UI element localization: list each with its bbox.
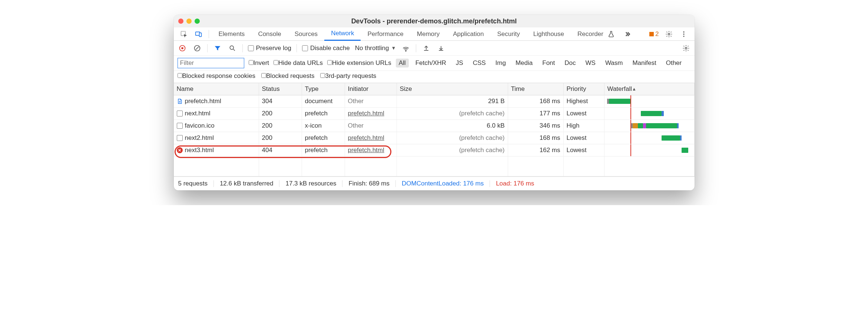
cell-size: 291 B (397, 95, 508, 108)
column-header-time[interactable]: Time (508, 83, 564, 95)
record-button[interactable] (178, 43, 187, 53)
tab-performance[interactable]: Performance (361, 27, 410, 41)
cell-type: prefetch (302, 144, 345, 157)
cell-priority: Lowest (564, 144, 604, 157)
filter-type-js[interactable]: JS (453, 59, 466, 68)
device-toolbar-icon[interactable] (194, 29, 203, 39)
panel-tabstrip: ElementsConsoleSourcesNetworkPerformance… (174, 27, 695, 41)
issues-badge[interactable]: 2 (649, 30, 659, 38)
cell-waterfall (604, 144, 695, 157)
minimize-window-button[interactable] (186, 19, 192, 24)
titlebar: DevTools - prerender-demos.glitch.me/pre… (174, 15, 695, 27)
issues-count: 2 (655, 30, 659, 38)
column-header-priority[interactable]: Priority (564, 83, 604, 95)
zoom-window-button[interactable] (195, 19, 200, 24)
kebab-menu-icon[interactable] (679, 29, 689, 39)
tab-application[interactable]: Application (446, 27, 490, 41)
filter-toggle-icon[interactable] (213, 43, 222, 53)
search-icon[interactable] (228, 43, 237, 53)
request-name: next3.html (185, 147, 214, 154)
document-icon (177, 98, 183, 104)
cell-name[interactable]: ✕next3.html (174, 144, 259, 157)
clear-button[interactable] (192, 43, 202, 53)
network-table: NameStatusTypeInitiatorSizeTimePriorityW… (174, 83, 695, 157)
import-har-icon[interactable] (421, 43, 431, 53)
filter-type-all[interactable]: All (396, 59, 409, 68)
cell-waterfall (604, 108, 695, 120)
settings-gear-icon[interactable] (664, 29, 674, 39)
filter-type-font[interactable]: Font (539, 59, 558, 68)
request-name: favicon.ico (185, 122, 215, 129)
column-header-initiator[interactable]: Initiator (345, 83, 397, 95)
cell-priority: Lowest (564, 132, 604, 144)
cell-size: (prefetch cache) (397, 132, 508, 144)
filter-input[interactable] (178, 58, 244, 68)
filter-type-css[interactable]: CSS (470, 59, 489, 68)
filter-type-wasm[interactable]: Wasm (602, 59, 626, 68)
svg-point-11 (405, 50, 406, 51)
network-conditions-icon[interactable] (401, 43, 411, 53)
cell-status: 200 (259, 132, 302, 144)
request-name: prefetch.html (185, 98, 221, 105)
tab-recorder[interactable]: Recorder (571, 27, 610, 41)
tab-network[interactable]: Network (324, 27, 361, 41)
traffic-lights (178, 19, 200, 24)
disable-cache-checkbox[interactable]: Disable cache (302, 45, 350, 52)
tab-security[interactable]: Security (490, 27, 526, 41)
close-window-button[interactable] (178, 19, 183, 24)
hide-extension-urls-checkbox[interactable]: Hide extension URLs (327, 59, 391, 67)
preserve-log-checkbox[interactable]: Preserve log (248, 45, 291, 52)
recorder-flask-icon (606, 29, 616, 39)
filter-type-img[interactable]: Img (493, 59, 509, 68)
filter-type-manifest[interactable]: Manifest (629, 59, 659, 68)
initiator-link[interactable]: prefetch.html (348, 134, 384, 142)
export-har-icon[interactable] (436, 43, 446, 53)
cell-status: 200 (259, 108, 302, 120)
network-settings-gear-icon[interactable] (681, 43, 691, 53)
svg-point-12 (685, 47, 687, 49)
tab-memory[interactable]: Memory (410, 27, 446, 41)
request-name: next2.html (185, 134, 214, 142)
cell-waterfall (604, 132, 695, 144)
hide-data-urls-checkbox[interactable]: Hide data URLs (274, 59, 323, 67)
cell-name[interactable]: prefetch.html (174, 95, 259, 108)
sort-asc-icon: ▲ (632, 86, 636, 92)
filter-type-ws[interactable]: WS (583, 59, 599, 68)
column-header-size[interactable]: Size (397, 83, 508, 95)
cell-status: 200 (259, 120, 302, 132)
filter-type-other[interactable]: Other (663, 59, 685, 68)
cell-name[interactable]: next.html (174, 108, 259, 120)
status-bar: 5 requests 12.6 kB transferred 17.3 kB r… (174, 177, 695, 190)
inspect-element-icon[interactable] (179, 29, 189, 39)
cell-type: document (302, 95, 345, 108)
invert-checkbox[interactable]: Invert (249, 59, 269, 67)
column-header-status[interactable]: Status (259, 83, 302, 95)
column-header-type[interactable]: Type (302, 83, 345, 95)
window-title: DevTools - prerender-demos.glitch.me/pre… (174, 17, 695, 25)
status-domcontentloaded: DOMContentLoaded: 176 ms (402, 180, 484, 187)
cell-time: 346 ms (508, 120, 564, 132)
status-resources: 17.3 kB resources (285, 180, 336, 187)
cell-initiator: Other (345, 95, 397, 108)
column-header-name[interactable]: Name (174, 83, 259, 95)
third-party-checkbox[interactable]: 3rd-party requests (320, 72, 376, 80)
empty-rows (174, 157, 695, 177)
initiator-link[interactable]: prefetch.html (348, 110, 384, 117)
cell-priority: High (564, 120, 604, 132)
initiator-link[interactable]: prefetch.html (348, 147, 384, 154)
cell-name[interactable]: next2.html (174, 132, 259, 144)
blocked-requests-checkbox[interactable]: Blocked requests (261, 72, 314, 80)
column-header-waterfall[interactable]: Waterfall▲ (604, 83, 695, 95)
more-tabs-button[interactable] (623, 29, 632, 39)
tab-console[interactable]: Console (251, 27, 288, 41)
tab-lighthouse[interactable]: Lighthouse (527, 27, 571, 41)
svg-point-3 (668, 33, 670, 35)
filter-type-fetchxhr[interactable]: Fetch/XHR (413, 59, 449, 68)
tab-elements[interactable]: Elements (212, 27, 252, 41)
filter-type-doc[interactable]: Doc (561, 59, 579, 68)
tab-sources[interactable]: Sources (288, 27, 324, 41)
throttling-select[interactable]: No throttling ▼ (355, 45, 396, 52)
blocked-cookies-checkbox[interactable]: Blocked response cookies (178, 72, 256, 80)
cell-name[interactable]: favicon.ico (174, 120, 259, 132)
filter-type-media[interactable]: Media (513, 59, 536, 68)
